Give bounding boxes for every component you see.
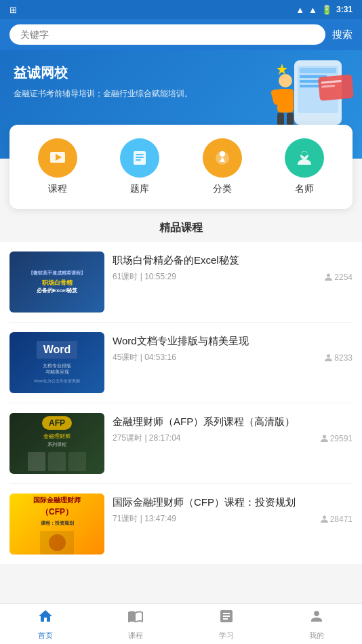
svg-rect-13 bbox=[277, 113, 284, 126]
course-duration-afp: 275课时 | 28:17:04 bbox=[113, 432, 181, 444]
status-left: ⊞ bbox=[9, 5, 17, 15]
nav-profile[interactable]: 我的 bbox=[272, 604, 363, 644]
home-nav-icon bbox=[37, 608, 54, 628]
course-meta-afp: 275课时 | 28:17:04 29591 bbox=[113, 432, 353, 444]
svg-rect-21 bbox=[136, 159, 141, 161]
course-label: 课程 bbox=[48, 183, 67, 195]
search-button[interactable]: 搜索 bbox=[332, 28, 353, 41]
courses-nav-icon bbox=[127, 608, 144, 628]
home-nav-label: 首页 bbox=[38, 630, 53, 641]
question-icon-circle bbox=[120, 138, 159, 178]
nav-courses[interactable]: 课程 bbox=[91, 604, 182, 644]
course-meta-cfp: 71课时 | 13:47:49 28471 bbox=[113, 513, 353, 525]
teacher-icon-circle bbox=[285, 138, 324, 178]
main-content: 益诚网校 金融证书考前辅导培训；金融行业综合赋能培训。 bbox=[0, 50, 362, 608]
course-item-afp[interactable]: AFP 金融理财师 系列课程 金融理财师（AFP）系列课程（高清版） 275课时… bbox=[9, 403, 353, 484]
course-thumb-cfp: 国际金融理财师 （CFP） 课程：投资规划 bbox=[9, 494, 104, 555]
course-thumb-excel: 【微软高手速成精英课程】 职场白骨精 必备的Excel秘笈 bbox=[9, 251, 104, 313]
course-meta-excel: 61课时 | 10:55:29 2254 bbox=[113, 271, 353, 283]
course-duration-excel: 61课时 | 10:55:29 bbox=[113, 271, 176, 283]
quick-icon-course[interactable]: 课程 bbox=[38, 138, 77, 195]
quick-icon-question[interactable]: 题库 bbox=[120, 138, 159, 195]
profile-nav-icon bbox=[308, 608, 325, 628]
course-item-word[interactable]: Word 文档专业排版与精美呈现 Word让办公文件全变美丽 Word文档专业排… bbox=[9, 323, 353, 403]
category-icon-circle bbox=[203, 138, 242, 178]
svg-point-9 bbox=[279, 74, 292, 87]
course-icon-circle bbox=[38, 138, 77, 178]
category-label: 分类 bbox=[213, 183, 232, 195]
question-label: 题库 bbox=[130, 183, 149, 195]
course-students-word: 8233 bbox=[324, 353, 353, 363]
svg-rect-20 bbox=[136, 157, 144, 158]
svg-rect-19 bbox=[136, 154, 144, 155]
svg-rect-14 bbox=[287, 113, 294, 126]
course-title-excel: 职场白骨精必备的Excel秘笈 bbox=[113, 253, 353, 267]
course-info-excel: 职场白骨精必备的Excel秘笈 61课时 | 10:55:29 2254 bbox=[113, 251, 353, 283]
search-input[interactable] bbox=[20, 29, 315, 40]
course-duration-word: 45课时 | 04:53:16 bbox=[113, 352, 176, 363]
quick-icon-category[interactable]: 分类 bbox=[203, 138, 242, 195]
teacher-label: 名师 bbox=[295, 183, 314, 195]
course-title-cfp: 国际金融理财师（CFP）课程：投资规划 bbox=[113, 495, 353, 509]
section-title: 精品课程 bbox=[0, 209, 362, 242]
status-right: ▲ ▲ 🔋 3:31 bbox=[296, 5, 353, 15]
wifi-icon: ▲ bbox=[296, 5, 304, 15]
search-bar: 搜索 bbox=[0, 19, 362, 50]
signal-icon: ▲ bbox=[308, 5, 317, 15]
course-info-word: Word文档专业排版与精美呈现 45课时 | 04:53:16 8233 bbox=[113, 332, 353, 363]
course-students-afp: 29591 bbox=[320, 434, 353, 443]
bottom-nav: 首页 课程 学习 我的 bbox=[0, 603, 362, 644]
course-thumb-word: Word 文档专业排版与精美呈现 Word让办公文件全变美丽 bbox=[9, 332, 104, 393]
quick-icon-teacher[interactable]: 名师 bbox=[285, 138, 324, 195]
course-info-cfp: 国际金融理财师（CFP）课程：投资规划 71课时 | 13:47:49 2847… bbox=[113, 494, 353, 525]
course-info-afp: 金融理财师（AFP）系列课程（高清版） 275课时 | 28:17:04 295… bbox=[113, 413, 353, 444]
svg-point-28 bbox=[327, 274, 330, 277]
svg-rect-27 bbox=[304, 154, 305, 157]
course-duration-cfp: 71课时 | 13:47:49 bbox=[113, 513, 176, 525]
nav-home[interactable]: 首页 bbox=[0, 604, 91, 644]
svg-rect-2 bbox=[300, 68, 336, 73]
course-students-cfp: 28471 bbox=[320, 515, 353, 524]
course-meta-word: 45课时 | 04:53:16 8233 bbox=[113, 352, 353, 363]
quick-icons-card: 课程 题库 分类 bbox=[9, 125, 353, 209]
svg-marker-15 bbox=[277, 64, 287, 75]
svg-point-31 bbox=[323, 516, 326, 519]
nav-study[interactable]: 学习 bbox=[181, 604, 272, 644]
svg-point-30 bbox=[323, 435, 326, 439]
search-input-wrap[interactable] bbox=[9, 24, 325, 45]
study-nav-icon bbox=[218, 608, 235, 628]
svg-point-29 bbox=[327, 355, 330, 358]
svg-point-23 bbox=[220, 151, 225, 157]
time-display: 3:31 bbox=[336, 5, 353, 14]
profile-nav-label: 我的 bbox=[309, 630, 324, 641]
course-list: 【微软高手速成精英课程】 职场白骨精 必备的Excel秘笈 职场白骨精必备的Ex… bbox=[0, 242, 362, 564]
course-students-excel: 2254 bbox=[324, 273, 353, 282]
courses-nav-label: 课程 bbox=[128, 630, 143, 641]
course-item-excel[interactable]: 【微软高手速成精英课程】 职场白骨精 必备的Excel秘笈 职场白骨精必备的Ex… bbox=[9, 242, 353, 323]
app-icon: ⊞ bbox=[9, 5, 17, 15]
course-thumb-afp: AFP 金融理财师 系列课程 bbox=[9, 413, 104, 474]
course-title-word: Word文档专业排版与精美呈现 bbox=[113, 334, 353, 348]
course-title-afp: 金融理财师（AFP）系列课程（高清版） bbox=[113, 414, 353, 428]
course-item-cfp[interactable]: 国际金融理财师 （CFP） 课程：投资规划 国际金融理财师（CFP）课程：投资规… bbox=[9, 484, 353, 564]
battery-icon: 🔋 bbox=[321, 5, 332, 15]
study-nav-label: 学习 bbox=[219, 630, 234, 641]
status-bar: ⊞ ▲ ▲ 🔋 3:31 bbox=[0, 0, 362, 19]
